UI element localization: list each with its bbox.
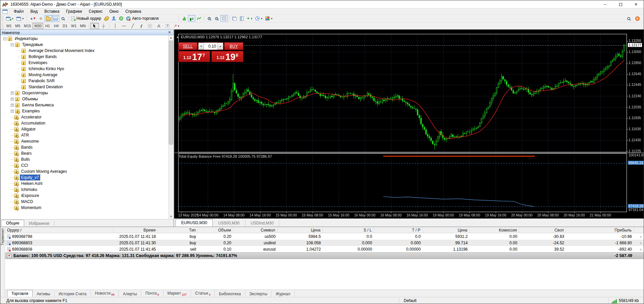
tree-item-iexposure[interactable]: ƒiExposure (1, 193, 168, 199)
periods-button[interactable]: ▼ (254, 15, 264, 22)
data-window-button[interactable]: ✛ (37, 15, 45, 22)
shapes-tool[interactable]: F (146, 23, 154, 29)
terminal-tab-почта[interactable]: Почта6 (141, 290, 163, 297)
tree-item-индикаторы[interactable]: −ƒИндикаторы (1, 36, 168, 42)
toolbar-grip[interactable] (2, 23, 3, 29)
price-chart-canvas[interactable] (174, 30, 644, 218)
chart-tab-eurusd-m30[interactable]: EURUSD,M30 (176, 219, 213, 226)
arrows-tool[interactable]: ↗▼ (172, 23, 181, 29)
terminal-tab-новости[interactable]: Новости99 (91, 290, 119, 297)
buy-button[interactable]: BUY (224, 42, 243, 50)
menu-справка[interactable]: Справка (122, 8, 145, 14)
profiles-button[interactable]: ▼ (15, 15, 26, 22)
terminal-tab-библиотека[interactable]: Библиотека (215, 291, 245, 297)
expand-icon[interactable]: + (11, 92, 14, 95)
column-header-price2[interactable]: Цена (423, 227, 470, 233)
close-order-button[interactable]: x (634, 235, 644, 239)
maximize-button[interactable] (613, 0, 628, 8)
menu-вид[interactable]: Вид (27, 8, 41, 14)
toolbar-grip[interactable] (2, 16, 3, 21)
column-header-time[interactable]: Время (113, 227, 158, 233)
candlestick-chart-button[interactable] (188, 15, 195, 22)
navigator-close-icon[interactable]: ✕ (167, 30, 172, 35)
column-header-commission[interactable]: Комиссия (470, 227, 519, 233)
timeframe-h1[interactable]: H1 (43, 23, 52, 29)
column-header-profit[interactable]: Прибыль (566, 227, 634, 233)
tree-item-объемы[interactable]: +ƒОбъемы (1, 96, 168, 102)
tree-item-bulls[interactable]: ƒBulls (1, 156, 168, 162)
column-header-tp[interactable]: T / P (374, 227, 423, 233)
close-order-button[interactable]: x (634, 247, 644, 251)
navigator-scrollbar[interactable]: ▲ ▼ (168, 35, 174, 219)
terminal-tab-статьи[interactable]: Статьи4 (191, 290, 215, 297)
timeframe-w1[interactable]: W1 (69, 23, 79, 29)
timeframe-m15[interactable]: M15 (22, 23, 33, 29)
tree-item-atr[interactable]: ƒATR (1, 132, 168, 138)
navigator-toggle-button[interactable] (45, 15, 52, 22)
signals-icon[interactable] (117, 15, 125, 22)
text-tool[interactable]: A (154, 23, 163, 29)
tree-item-envelopes[interactable]: ƒEnvelopes (1, 60, 168, 66)
terminal-toggle-button[interactable] (52, 15, 59, 22)
timeframe-m5[interactable]: M5 (13, 23, 22, 29)
profile-selector[interactable]: Default (404, 298, 416, 303)
tree-item-ichimoku[interactable]: ƒIchimoku (1, 187, 168, 193)
zoom-out-button[interactable]: − (213, 15, 220, 22)
volume-value[interactable]: 0.10 (204, 43, 217, 50)
column-header-volume[interactable]: Объем (198, 227, 233, 233)
menu-окно[interactable]: Окно (106, 8, 122, 14)
tree-item-parabolic-sar[interactable]: ƒParabolic SAR (1, 78, 168, 84)
terminal-tab-история-счета[interactable]: История Счета (55, 291, 91, 297)
tree-item-bands[interactable]: ƒBands (1, 144, 168, 150)
tree-item-equity-v7[interactable]: ƒEquity_v7 (1, 174, 168, 181)
text-label-tool[interactable]: T (163, 23, 172, 29)
tree-item-cci[interactable]: ƒCCI (1, 162, 168, 168)
expand-icon[interactable]: + (11, 110, 14, 113)
order-row[interactable]: 6993688032025.01.07 11:41:30buy0.20usdin… (5, 240, 644, 246)
tree-item-average-directional-movement-index[interactable]: ƒAverage Directional Movement Index (1, 48, 168, 54)
market-watch-button[interactable]: ▲▼ (29, 15, 37, 22)
search-icon[interactable] (625, 15, 632, 22)
tree-item-momentum[interactable]: ƒMomentum (1, 205, 168, 211)
terminal-dock-strip[interactable]: Терминал (0, 227, 5, 297)
grid-toggle-button[interactable] (220, 15, 228, 22)
autotrading-button[interactable]: Авто-торговля (125, 15, 160, 22)
cursor-tool[interactable] (90, 23, 99, 29)
crosshair-tool[interactable]: ┼ (99, 23, 108, 29)
tree-item-standard-deviation[interactable]: ƒStandard Deviation (1, 84, 168, 90)
terminal-tab-торговля[interactable]: Торговля (7, 290, 33, 297)
notifications-icon[interactable]: 1 (634, 15, 641, 22)
tree-item-трендовые[interactable]: −ƒТрендовые (1, 42, 168, 48)
horizontal-line-tool[interactable]: — (119, 23, 128, 29)
chart-tab-us500-m30[interactable]: US500,M30 (213, 220, 245, 226)
timeframe-m30[interactable]: M30 (33, 23, 43, 29)
tree-item-macd[interactable]: ƒMACD (1, 199, 168, 205)
column-header-price[interactable]: Цена (278, 227, 323, 233)
bid-price-box[interactable]: 1.13177 (178, 51, 210, 62)
tile-windows-button[interactable] (238, 15, 246, 22)
bar-chart-button[interactable] (181, 15, 188, 22)
volume-up-icon[interactable]: ▲ (217, 43, 223, 50)
column-header-order[interactable]: Ордер / (5, 227, 113, 233)
cascade-windows-button[interactable] (231, 15, 238, 22)
scrollbar-thumb[interactable] (169, 41, 173, 145)
terminal-tab-журнал[interactable]: Журнал (271, 291, 295, 297)
new-chart-button[interactable]: +▼ (5, 15, 15, 22)
column-header-type[interactable]: Тип (158, 227, 198, 233)
templates-button[interactable]: ▼ (264, 15, 274, 22)
tree-item-bears[interactable]: ƒBears (1, 150, 168, 156)
history-center-icon[interactable] (103, 15, 110, 22)
tree-item-heiken-ashi[interactable]: ƒHeiken Ashi (1, 181, 168, 187)
close-button[interactable]: ✕ (628, 0, 644, 8)
price-axis[interactable]: 1.132551.130501.128501.126451.124451.122… (627, 30, 644, 218)
timeframe-mn[interactable]: MN (78, 23, 87, 29)
navigator-tab-общие[interactable]: Общие (1, 220, 24, 226)
terminal-tab-алерты[interactable]: Алерты (119, 291, 141, 297)
menu-графики[interactable]: Графики (63, 8, 86, 14)
zoom-in-button[interactable]: + (206, 15, 213, 22)
tree-item-accumulation[interactable]: ƒAccumulation (1, 120, 168, 126)
one-click-toggle-icon[interactable]: ▲ (176, 36, 179, 39)
column-header-swap[interactable]: Своп (519, 227, 566, 233)
time-axis[interactable]: 13 May 202514 May 00:0014 May 08:0014 Ma… (174, 213, 627, 218)
tree-item-examples[interactable]: +ƒExamples (1, 108, 168, 114)
